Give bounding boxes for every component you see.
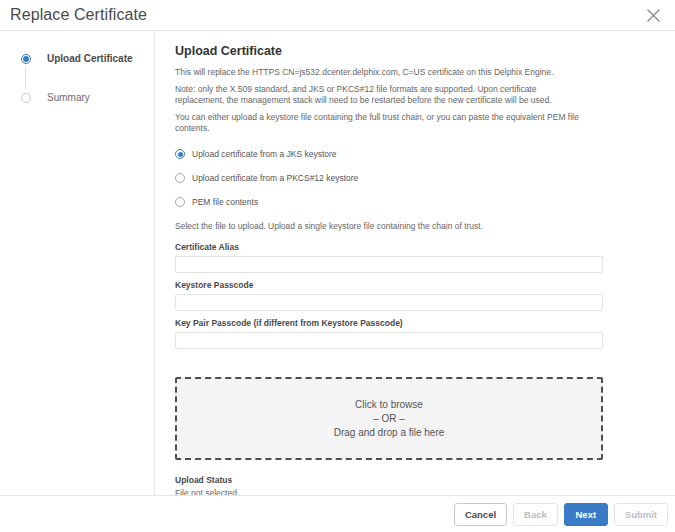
dialog-footer: Cancel Back Next Submit bbox=[0, 495, 675, 532]
radio-selected-icon bbox=[175, 149, 185, 159]
dropzone-or-text: – OR – bbox=[373, 412, 405, 426]
page-title: Upload Certificate bbox=[175, 44, 675, 58]
upload-status-label: Upload Status bbox=[175, 475, 675, 485]
keypair-passcode-input[interactable] bbox=[175, 332, 603, 349]
radio-unselected-icon bbox=[175, 173, 185, 183]
certificate-alias-group: Certificate Alias bbox=[175, 242, 675, 273]
certificate-alias-label: Certificate Alias bbox=[175, 242, 675, 252]
certificate-source-radio-group: Upload certificate from a JKS keystore U… bbox=[175, 149, 675, 207]
step-upload-certificate[interactable]: Upload Certificate bbox=[0, 53, 154, 64]
step-inactive-dot-icon bbox=[21, 93, 31, 103]
description-text: This will replace the HTTPS CN=js532.dce… bbox=[175, 67, 587, 78]
step-connector-line bbox=[25, 67, 26, 89]
wizard-stepper: Upload Certificate Summary bbox=[0, 31, 155, 495]
step-label: Summary bbox=[47, 92, 90, 103]
step-label: Upload Certificate bbox=[47, 53, 133, 64]
submit-button[interactable]: Submit bbox=[614, 503, 668, 526]
main-content: Upload Certificate This will replace the… bbox=[155, 31, 675, 495]
format-note-text: Note: only the X.509 standard, and JKS o… bbox=[175, 84, 587, 106]
cancel-button[interactable]: Cancel bbox=[454, 503, 507, 526]
dialog-title: Replace Certificate bbox=[10, 6, 147, 24]
radio-label: Upload certificate from a PKCS#12 keysto… bbox=[192, 173, 358, 183]
dropzone-browse-text: Click to browse bbox=[355, 398, 423, 412]
radio-pem-contents[interactable]: PEM file contents bbox=[175, 197, 675, 207]
radio-unselected-icon bbox=[175, 197, 185, 207]
file-instruction-text: Select the file to upload. Upload a sing… bbox=[175, 221, 675, 231]
dropzone-drag-text: Drag and drop a file here bbox=[334, 426, 445, 440]
keystore-passcode-input[interactable] bbox=[175, 294, 603, 311]
dialog-body: Upload Certificate Summary Upload Certif… bbox=[0, 31, 675, 495]
keystore-passcode-label: Keystore Passcode bbox=[175, 280, 675, 290]
radio-label: Upload certificate from a JKS keystore bbox=[192, 149, 337, 159]
back-button[interactable]: Back bbox=[513, 503, 558, 526]
keypair-passcode-label: Key Pair Passcode (if different from Key… bbox=[175, 318, 675, 328]
keystore-passcode-group: Keystore Passcode bbox=[175, 280, 675, 311]
file-dropzone[interactable]: Click to browse – OR – Drag and drop a f… bbox=[175, 377, 603, 460]
close-icon[interactable] bbox=[644, 6, 662, 24]
radio-pkcs12-keystore[interactable]: Upload certificate from a PKCS#12 keysto… bbox=[175, 173, 675, 183]
step-active-dot-icon bbox=[21, 54, 31, 64]
next-button[interactable]: Next bbox=[564, 503, 608, 526]
dialog-header: Replace Certificate bbox=[0, 0, 675, 31]
keypair-passcode-group: Key Pair Passcode (if different from Key… bbox=[175, 318, 675, 349]
step-summary[interactable]: Summary bbox=[0, 92, 154, 103]
upload-options-text: You can either upload a keystore file co… bbox=[175, 112, 587, 134]
radio-jks-keystore[interactable]: Upload certificate from a JKS keystore bbox=[175, 149, 675, 159]
certificate-alias-input[interactable] bbox=[175, 256, 603, 273]
radio-label: PEM file contents bbox=[192, 197, 258, 207]
